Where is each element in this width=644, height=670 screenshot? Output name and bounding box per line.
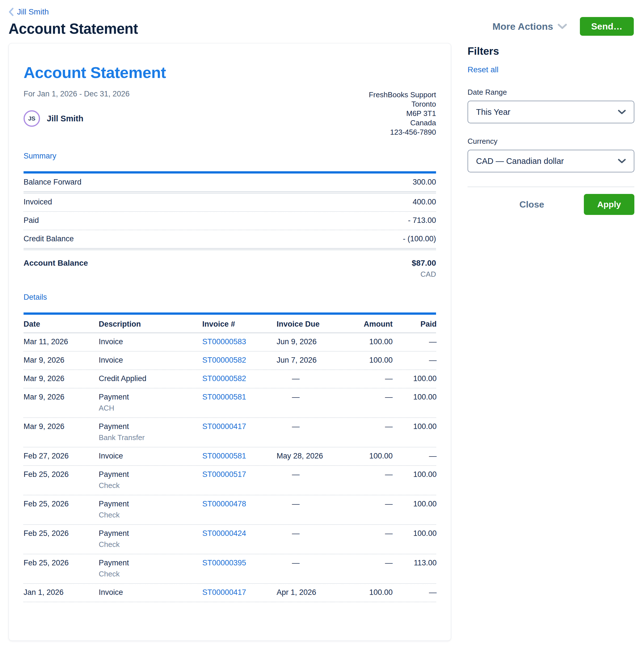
table-row: Feb 25, 2026 Payment Check ST00000424 — … [24,525,436,554]
cell-description: Payment Bank Transfer [99,422,202,442]
cell-description-main: Invoice [99,452,202,460]
invoice-link[interactable]: ST00000417 [202,422,246,431]
col-header-invoice: Invoice # [202,320,277,329]
cell-date: Jan 1, 2026 [24,588,99,597]
cell-invoice: ST00000517 [202,470,277,490]
cell-invoice-due: — [277,529,349,549]
col-header-amount: Amount [349,320,393,329]
table-row: Mar 9, 2026 Payment ACH ST00000581 — — 1… [24,388,436,418]
cell-invoice-due: Apr 1, 2026 [277,588,349,597]
cell-description: Invoice [99,356,202,365]
client-name: Jill Smith [47,114,83,123]
summary-row-label: Balance Forward [24,178,81,187]
summary-row-label: Credit Balance [24,234,74,243]
cell-invoice: ST00000417 [202,422,277,442]
cell-amount: — [349,422,393,442]
cell-date: Mar 11, 2026 [24,337,99,346]
chevron-down-icon [618,110,626,115]
invoice-link[interactable]: ST00000417 [202,588,246,597]
table-row: Feb 27, 2026 Invoice ST00000581 May 28, … [24,447,436,466]
table-row: Mar 9, 2026 Invoice ST00000582 Jun 7, 20… [24,352,436,370]
table-row: Mar 9, 2026 Credit Applied ST00000582 — … [24,370,436,388]
more-actions-label: More Actions [492,21,553,32]
summary-top-bar [24,171,436,174]
cell-paid: 100.00 [393,529,437,549]
cell-invoice-due: Jun 9, 2026 [277,337,349,346]
summary-table: Balance Forward 300.00 Invoiced 400.00 P… [24,174,436,250]
cell-description: Invoice [99,588,202,597]
cell-paid: — [393,452,437,460]
summary-row-value: 400.00 [412,198,436,206]
table-row: Mar 11, 2026 Invoice ST00000583 Jun 9, 2… [24,333,436,352]
currency-select[interactable]: CAD — Canadian dollar [468,150,634,172]
cell-invoice: ST00000581 [202,393,277,413]
statement-title: Account Statement [24,63,436,82]
summary-row: Invoiced 400.00 [24,193,436,212]
top-left: Jill Smith Account Statement [9,8,138,37]
cell-description-main: Payment [99,393,202,402]
client-row: JS Jill Smith [24,110,130,127]
cell-description: Payment Check [99,529,202,549]
chevron-down-icon [618,159,626,164]
cell-amount: — [349,393,393,413]
cell-paid: — [393,588,437,597]
invoice-link[interactable]: ST00000424 [202,529,246,538]
col-header-date: Date [24,320,99,329]
cell-description-main: Payment [99,422,202,431]
invoice-link[interactable]: ST00000582 [202,356,246,364]
send-button[interactable]: Send… [580,17,634,36]
cell-paid: 100.00 [393,499,437,520]
account-balance-row: Account Balance $87.00 [24,258,436,268]
more-actions-button[interactable]: More Actions [492,21,567,32]
cell-date: Mar 9, 2026 [24,356,99,365]
filters-actions: Close Apply [468,194,634,215]
filters-divider [468,187,634,187]
cell-description: Payment Check [99,470,202,490]
cell-description-main: Invoice [99,356,202,365]
back-link[interactable]: Jill Smith [9,8,138,16]
cell-description-sub: Check [99,570,202,578]
details-top-bar [24,312,436,315]
filters-panel: Filters Reset all Date Range This Year C… [468,43,634,215]
cell-invoice: ST00000583 [202,337,277,346]
cell-invoice-due: Jun 7, 2026 [277,356,349,365]
company-city: Toronto [369,99,436,109]
invoice-link[interactable]: ST00000395 [202,559,246,567]
cell-invoice: ST00000478 [202,499,277,520]
summary-row-label: Invoiced [24,198,52,206]
invoice-link[interactable]: ST00000581 [202,393,246,401]
invoice-link[interactable]: ST00000583 [202,337,246,346]
currency-value: CAD — Canadian dollar [476,157,564,166]
invoice-link[interactable]: ST00000582 [202,374,246,383]
cell-invoice-due: — [277,422,349,442]
chevron-down-icon [558,24,567,29]
cell-invoice-due: — [277,393,349,413]
cell-amount: 100.00 [349,452,393,460]
cell-date: Feb 25, 2026 [24,470,99,490]
invoice-link[interactable]: ST00000517 [202,470,246,479]
cell-amount: 100.00 [349,337,393,346]
summary-row-value: - (100.00) [403,234,436,243]
invoice-link[interactable]: ST00000478 [202,499,246,508]
statement-period: For Jan 1, 2026 - Dec 31, 2026 [24,90,130,98]
cell-date: Mar 9, 2026 [24,422,99,442]
date-range-select[interactable]: This Year [468,100,634,123]
cell-paid: 100.00 [393,470,437,490]
summary-row-value: - 713.00 [408,216,436,225]
apply-button[interactable]: Apply [584,194,634,215]
date-range-value: This Year [476,107,510,117]
cell-invoice: ST00000582 [202,356,277,365]
cell-description-sub: Check [99,540,202,549]
col-header-invoice-due: Invoice Due [277,320,349,329]
avatar: JS [24,110,40,127]
cell-date: Feb 25, 2026 [24,559,99,578]
reset-all-link[interactable]: Reset all [468,65,498,74]
date-range-label: Date Range [468,88,634,97]
invoice-link[interactable]: ST00000581 [202,452,246,460]
cell-date: Feb 25, 2026 [24,499,99,520]
cell-amount: 100.00 [349,588,393,597]
details-section-link[interactable]: Details [24,293,47,302]
close-button[interactable]: Close [520,199,544,210]
company-address: FreshBooks Support Toronto M6P 3T1 Canad… [369,90,436,137]
summary-section-link[interactable]: Summary [24,152,56,160]
